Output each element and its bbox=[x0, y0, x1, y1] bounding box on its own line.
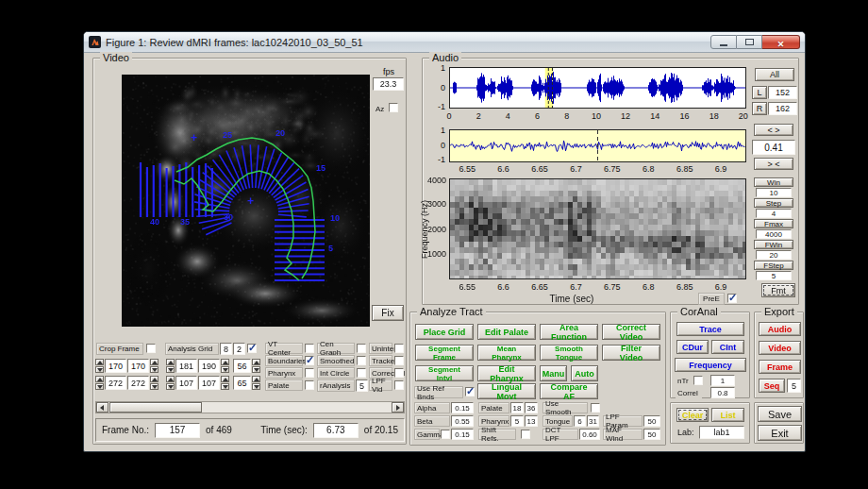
save-button[interactable]: Save bbox=[758, 406, 802, 422]
scroll-left-button[interactable] bbox=[96, 402, 108, 413]
grid-r-spinner[interactable] bbox=[252, 359, 260, 373]
export-frame-button[interactable]: Frame bbox=[759, 360, 801, 374]
spin-down-button[interactable] bbox=[252, 383, 260, 390]
spin-down-button[interactable] bbox=[95, 383, 104, 390]
clear-button[interactable]: Clear bbox=[676, 408, 709, 422]
mean-pharynx-button[interactable]: Mean Pharynx bbox=[477, 345, 536, 361]
right-channel-field[interactable]: 162 bbox=[768, 102, 797, 115]
spin-down-button[interactable] bbox=[221, 366, 229, 373]
fwin-button[interactable]: FWin bbox=[754, 240, 793, 249]
spin-up-button[interactable] bbox=[95, 359, 104, 365]
maximize-button[interactable] bbox=[737, 35, 762, 49]
place-grid-button[interactable]: Place Grid bbox=[415, 324, 474, 340]
lingual-movt-button[interactable]: Lingual Movt bbox=[477, 383, 536, 399]
cdur-button[interactable]: CDur bbox=[676, 340, 709, 354]
spin-up-button[interactable] bbox=[150, 359, 159, 365]
correct-video-button[interactable]: Correct Video bbox=[602, 324, 660, 340]
tongue-field-2[interactable]: 31 bbox=[587, 415, 599, 427]
spin-up-button[interactable] bbox=[221, 359, 229, 365]
analysis-grid-checkbox[interactable] bbox=[247, 344, 257, 353]
fstep-button[interactable]: FStep bbox=[754, 261, 793, 270]
filter-video-button[interactable]: Filter Video bbox=[602, 345, 660, 361]
ntr-checkbox[interactable] bbox=[693, 376, 703, 385]
fmt-button[interactable]: Fmt bbox=[761, 283, 795, 297]
segment-intvl-button[interactable]: Segment Intvl bbox=[415, 365, 474, 381]
palate-field-1[interactable]: 18 bbox=[510, 402, 524, 413]
maf-wind-field[interactable]: 50 bbox=[643, 429, 660, 440]
spin-up-button[interactable] bbox=[166, 359, 175, 365]
spin-down-button[interactable] bbox=[95, 366, 104, 373]
ntr-field[interactable]: 1 bbox=[710, 375, 735, 386]
crop-frame-checkbox[interactable] bbox=[146, 344, 156, 353]
frequency-button[interactable]: Frequency bbox=[675, 358, 746, 372]
spin-down-button[interactable] bbox=[221, 383, 229, 390]
grid-r1-field[interactable]: 56 bbox=[233, 359, 251, 373]
tracked-checkbox[interactable] bbox=[394, 356, 404, 365]
smoothed-checkbox[interactable] bbox=[357, 356, 366, 365]
spin-up-button[interactable] bbox=[95, 376, 104, 382]
cen-graph-checkbox[interactable] bbox=[357, 344, 366, 353]
spectrogram-plot[interactable] bbox=[449, 178, 746, 279]
fix-button[interactable]: Fix bbox=[372, 305, 404, 321]
grid-r2-field[interactable]: 65 bbox=[233, 376, 251, 390]
shift-refs-checkbox[interactable] bbox=[521, 430, 530, 439]
grid-spinner[interactable] bbox=[221, 359, 229, 373]
auto-button[interactable]: Auto bbox=[571, 365, 598, 381]
expand-window-button[interactable]: < > bbox=[754, 124, 793, 136]
vt-center-checkbox[interactable] bbox=[305, 344, 314, 353]
fps-field[interactable]: 23.3 bbox=[373, 77, 404, 91]
step-button[interactable]: Step bbox=[754, 198, 793, 208]
az-checkbox[interactable] bbox=[389, 103, 398, 112]
grid-y1-field[interactable]: 107 bbox=[175, 376, 197, 390]
corrected-checkbox[interactable] bbox=[394, 368, 404, 378]
use-ref-bnds-checkbox[interactable] bbox=[465, 387, 475, 396]
list-button[interactable]: List bbox=[711, 408, 744, 422]
spin-up-button[interactable] bbox=[166, 376, 175, 382]
manu-button[interactable]: Manu bbox=[540, 365, 567, 381]
title-bar[interactable]: Figure 1: Review dMRI frames: lac1024201… bbox=[84, 32, 805, 53]
grid-spinner[interactable] bbox=[221, 376, 229, 390]
boundaries-checkbox[interactable] bbox=[305, 356, 314, 365]
crop-y1-field[interactable]: 272 bbox=[105, 376, 126, 390]
minimize-button[interactable] bbox=[710, 35, 737, 49]
pharynx-field-2[interactable]: 13 bbox=[525, 415, 538, 427]
spin-up-button[interactable] bbox=[221, 376, 229, 382]
scroll-right-button[interactable] bbox=[392, 402, 404, 413]
correl-field[interactable]: 0.8 bbox=[710, 387, 735, 398]
fstep-field[interactable]: 5 bbox=[756, 271, 792, 280]
grid-y2-field[interactable]: 107 bbox=[198, 376, 220, 390]
smooth-tongue-button[interactable]: Smooth Tongue bbox=[540, 345, 598, 361]
alpha-field[interactable]: 0.15 bbox=[451, 402, 474, 413]
pharynx-checkbox[interactable] bbox=[305, 368, 314, 378]
beta-field[interactable]: 0.55 bbox=[451, 415, 474, 427]
palate-field-2[interactable]: 36 bbox=[525, 402, 538, 413]
all-button[interactable]: All bbox=[755, 68, 794, 81]
waveform-full-plot[interactable] bbox=[449, 67, 746, 109]
crop-x1-field[interactable]: 170 bbox=[105, 359, 126, 373]
uninterp-checkbox[interactable] bbox=[394, 344, 404, 353]
time-field[interactable]: 6.73 bbox=[313, 423, 359, 438]
export-video-button[interactable]: Video bbox=[759, 341, 801, 355]
ranalysis-field[interactable]: 5 bbox=[356, 379, 368, 392]
grid-spinner[interactable] bbox=[166, 359, 175, 373]
left-channel-field[interactable]: 152 bbox=[768, 86, 797, 99]
window-size-field[interactable]: 0.41 bbox=[752, 140, 795, 155]
exit-button[interactable]: Exit bbox=[758, 425, 802, 441]
fmax-field[interactable]: 4000 bbox=[756, 229, 792, 239]
edit-pharynx-button[interactable]: Edit Pharynx bbox=[477, 365, 536, 381]
gamma-checkbox[interactable] bbox=[441, 430, 450, 439]
analysis-grid-field-1[interactable]: 8 bbox=[220, 343, 232, 355]
crop-x2-field[interactable]: 170 bbox=[127, 359, 149, 373]
analysis-grid-field-2[interactable]: 2 bbox=[233, 343, 245, 355]
win-button[interactable]: Win bbox=[754, 177, 793, 187]
frame-scrollbar[interactable] bbox=[95, 401, 405, 413]
use-smooth-checkbox[interactable] bbox=[591, 403, 600, 413]
area-function-button[interactable]: Area Function bbox=[540, 324, 598, 340]
gamma-field[interactable]: 0.15 bbox=[451, 429, 474, 440]
spin-up-button[interactable] bbox=[252, 359, 260, 365]
spin-up-button[interactable] bbox=[252, 376, 260, 382]
cint-button[interactable]: CInt bbox=[711, 340, 744, 354]
crop-spinner[interactable] bbox=[150, 359, 159, 373]
mri-image[interactable]: 25 20 15 10 5 30 35 40 + + bbox=[122, 75, 370, 327]
spin-up-button[interactable] bbox=[150, 376, 159, 382]
